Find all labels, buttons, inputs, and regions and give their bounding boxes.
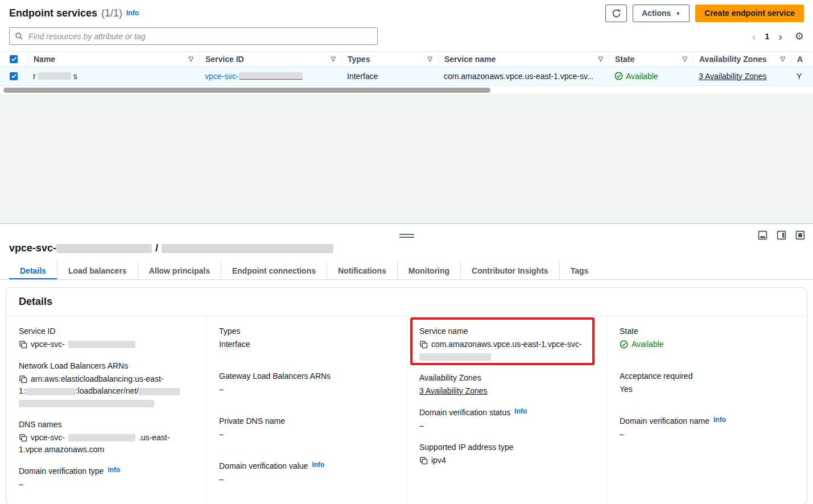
redacted-text [19,400,154,407]
column-header-name[interactable]: Name ▽ [27,52,199,66]
service-id-link[interactable]: vpce-svc- [205,72,303,81]
previous-page-button[interactable]: ‹ [752,31,756,42]
tab-monitoring[interactable]: Monitoring [397,262,460,279]
check-circle-icon [614,72,623,80]
redacted-text [56,244,152,253]
info-link[interactable]: Info [713,416,726,424]
tab-endpoint-connections[interactable]: Endpoint connections [221,262,327,279]
split-panel-position-controls [758,230,805,240]
field-label: Types [219,327,395,336]
availability-zones-popover-link[interactable]: 3 Availability Zones [419,386,488,395]
field-label: Domain verification type [19,466,104,476]
availability-zones-popover-link[interactable]: 3 Availability Zones [699,72,767,81]
filter-icon[interactable]: ▽ [599,55,603,63]
table-settings-gear-icon[interactable]: ⚙ [795,30,804,43]
filter-icon[interactable]: ▽ [331,55,336,63]
column-header-types-label: Types [348,55,370,64]
row-checkbox[interactable] [10,72,18,80]
field-value: – [219,473,395,485]
copy-icon[interactable] [19,375,27,383]
column-header-availability-zones[interactable]: Availability Zones ▽ [693,52,791,66]
filter-icon[interactable]: ▽ [781,55,785,63]
actions-button-label: Actions [642,9,671,18]
page-header: Endpoint services (1/1) Info Actions ▼ C… [0,0,813,26]
details-column-1: Service ID vpce-svc- Network Load Balanc… [6,316,206,504]
column-header-service-name[interactable]: Service name ▽ [438,52,609,66]
field-label: Gateway Load Balancers ARNs [219,371,395,381]
detail-title-prefix: vpce-svc- [9,242,56,254]
row-cell-state: Available [609,72,693,81]
tab-tags[interactable]: Tags [559,262,600,279]
field-private-dns-name: Private DNS name – [219,416,395,440]
table-row[interactable]: rs vpce-svc- Interface com.amazonaws.vpc… [0,67,813,86]
tab-load-balancers[interactable]: Load balancers [57,262,138,279]
row-types-value: Interface [347,72,378,81]
info-link[interactable]: Info [126,9,139,17]
copy-icon[interactable] [419,340,428,349]
filter-icon[interactable]: ▽ [189,55,193,63]
info-link[interactable]: Info [108,466,120,474]
horizontal-scrollbar-thumb[interactable] [3,88,490,93]
row-cell-name: rs [27,72,199,81]
split-panel-drag-handle[interactable] [399,234,414,238]
field-domain-verification-status: Domain verification status Info – [419,408,595,432]
column-header-name-label: Name [34,55,55,64]
info-link[interactable]: Info [312,461,324,469]
service-id-prefix: vpce-svc- [205,72,239,81]
next-page-button[interactable]: › [778,31,782,42]
column-header-service-id[interactable]: Service ID ▽ [199,52,341,66]
details-card-title: Details [6,288,807,316]
field-state: State Available [620,327,795,350]
copy-icon[interactable] [419,456,428,465]
field-label: Service name [419,327,595,336]
redacted-text [68,341,135,348]
tab-details[interactable]: Details [9,262,57,279]
caret-down-icon: ▼ [675,11,680,16]
field-dns-names: DNS names vpce-svc-.us-east- 1.vpce.amaz… [19,420,195,456]
panel-position-side-icon[interactable] [777,230,786,240]
select-all-checkbox[interactable] [0,52,27,66]
row-name-suffix: s [73,72,77,81]
field-label: Network Load Balancers ARNs [19,361,195,370]
column-header-service-name-label: Service name [444,55,496,64]
row-cell-acceptance: Y [791,72,813,81]
copy-icon[interactable] [19,340,27,349]
field-value: – [419,420,595,432]
tab-allow-principals[interactable]: Allow principals [138,262,221,279]
tab-contributor-insights[interactable]: Contributor Insights [460,262,559,279]
column-header-acceptance[interactable]: A [791,52,813,66]
field-gateway-lb-arns: Gateway Load Balancers ARNs – [219,371,395,395]
refresh-button[interactable] [605,5,627,22]
field-domain-verification-value: Domain verification value Info – [219,461,395,485]
search-box[interactable] [9,27,378,45]
service-id-value-prefix: vpce-svc- [31,338,65,350]
column-header-types[interactable]: Types ▽ [341,52,438,66]
pagination: ‹ 1 › ⚙ [752,30,804,43]
page-title: Endpoint services [9,7,97,19]
row-cell-types: Interface [341,72,438,81]
field-acceptance-required: Acceptance required Yes [620,371,795,395]
detail-split-panel: vpce-svc-/ Details Load balancers Allow … [0,223,813,504]
column-header-state[interactable]: State ▽ [609,52,693,66]
field-value: – [620,428,795,440]
detail-panel-title: vpce-svc-/ [9,242,804,254]
field-label: Acceptance required [620,371,795,381]
field-value: Interface [219,338,395,350]
create-endpoint-service-button[interactable]: Create endpoint service [695,5,804,22]
copy-icon[interactable] [19,433,27,442]
actions-button[interactable]: Actions ▼ [633,5,690,22]
info-link[interactable]: Info [514,407,527,415]
field-domain-verification-name: Domain verification name Info – [620,416,795,440]
panel-position-bottom-icon[interactable] [758,230,767,240]
panel-maximize-icon[interactable] [795,230,805,240]
field-label: DNS names [19,420,195,429]
redacted-text [38,72,71,80]
column-header-state-label: State [615,55,634,64]
field-label: Private DNS name [219,416,395,425]
filter-icon[interactable]: ▽ [683,55,687,63]
tab-notifications[interactable]: Notifications [327,262,397,279]
filter-icon[interactable]: ▽ [428,55,432,63]
current-page-button[interactable]: 1 [765,32,769,41]
row-cell-availability-zones: 3 Availability Zones [693,72,791,81]
search-input[interactable] [27,31,372,42]
